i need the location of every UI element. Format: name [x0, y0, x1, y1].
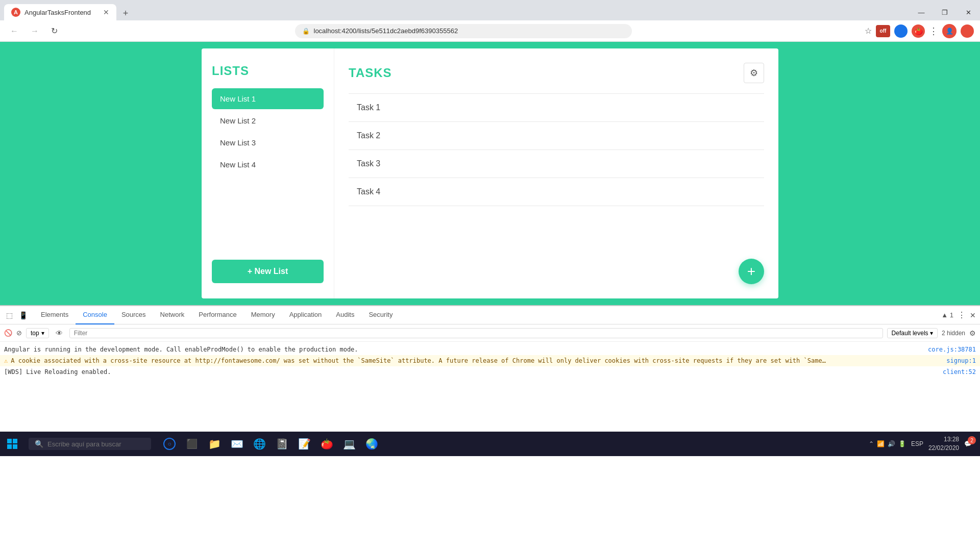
off-badge[interactable]: off: [876, 25, 890, 37]
devtools-icons-left: ⬚ 📱: [4, 309, 30, 321]
app-container: LISTS New List 1 New List 2 New List 3 N…: [202, 48, 778, 298]
taskbar-icon-onenote[interactable]: 📓: [272, 432, 292, 456]
notifications-icon[interactable]: 💬 2: [964, 440, 972, 447]
console-settings-icon[interactable]: ⚙: [969, 329, 976, 337]
console-message-source[interactable]: client:52: [943, 367, 976, 377]
new-tab-button[interactable]: +: [118, 6, 133, 20]
reload-button[interactable]: ↻: [47, 24, 62, 38]
tab-performance[interactable]: Performance: [191, 306, 243, 324]
new-list-button[interactable]: + New List: [212, 260, 324, 283]
svg-rect-0: [7, 439, 12, 443]
extension-icon-2[interactable]: 🍅: [912, 24, 925, 38]
taskbar-icons-group: ○ ⬛ 📁 ✉️ 🌐 📓 📝 🍅 💻 🌏: [159, 432, 382, 456]
taskbar-expand-icon[interactable]: ⌃: [869, 440, 874, 447]
maximize-button[interactable]: ❐: [933, 4, 957, 20]
taskbar-search[interactable]: 🔍: [29, 438, 151, 450]
console-message-text: [WDS] Live Reloading enabled.: [4, 367, 111, 377]
svg-rect-3: [13, 444, 17, 449]
task-item[interactable]: Task 1: [349, 93, 764, 122]
menu-icon[interactable]: ⋮: [929, 26, 938, 37]
browser-chrome: A AngularTasksFrontend ✕ + — ❐ ✕ ← → ↻ 🔒…: [0, 0, 980, 42]
console-message-warning: ⚠ A cookie associated with a cross-site …: [0, 355, 980, 366]
console-message: Angular is running in the development mo…: [0, 344, 980, 355]
taskbar-date: 22/02/2020: [928, 444, 959, 453]
taskbar-icon-tomato[interactable]: 🍅: [316, 432, 337, 456]
tab-title: AngularTasksFrontend: [24, 9, 91, 16]
taskbar-icon-chrome[interactable]: 🌐: [249, 432, 270, 456]
lists-panel: LISTS New List 1 New List 2 New List 3 N…: [202, 48, 334, 298]
devtools-close-icon[interactable]: ✕: [970, 311, 976, 319]
taskbar-icon-mail[interactable]: ✉️: [227, 432, 247, 456]
user-avatar[interactable]: 👤: [942, 24, 957, 38]
tasks-header: TASKS ⚙: [349, 63, 764, 83]
console-message-source[interactable]: core.js:38781: [928, 345, 976, 354]
tab-network[interactable]: Network: [153, 306, 192, 324]
network-icon[interactable]: 📶: [877, 440, 885, 447]
console-filter-icon[interactable]: ⊘: [16, 329, 22, 337]
warning-icon: ⚠: [4, 356, 8, 365]
task-item[interactable]: Task 2: [349, 122, 764, 150]
bookmark-icon[interactable]: ☆: [865, 26, 872, 36]
tab-security[interactable]: Security: [361, 306, 400, 324]
taskbar-icon-word[interactable]: 📝: [294, 432, 314, 456]
lock-icon: 🔒: [302, 28, 310, 35]
tab-sources[interactable]: Sources: [114, 306, 153, 324]
start-button[interactable]: [0, 432, 24, 456]
console-hidden-count[interactable]: 2 hidden: [942, 330, 965, 337]
taskbar-clock[interactable]: 13:28 22/02/2020: [928, 435, 959, 453]
settings-button[interactable]: ⚙: [744, 63, 764, 83]
console-filter-input[interactable]: [69, 328, 883, 338]
battery-icon[interactable]: 🔋: [898, 440, 906, 447]
windows-icon: [7, 439, 17, 449]
task-item[interactable]: Task 3: [349, 150, 764, 178]
list-item[interactable]: New List 3: [212, 132, 324, 153]
extension-icon-3[interactable]: [961, 24, 974, 38]
console-message-text: Angular is running in the development mo…: [4, 345, 358, 354]
search-icon: 🔍: [35, 440, 43, 448]
browser-toolbar: ← → ↻ 🔒 localhost:4200/lists/5e511dc2aeb…: [0, 20, 980, 42]
devtools-mobile-icon[interactable]: 📱: [17, 309, 30, 321]
devtools-panel: ⬚ 📱 Elements Console Sources Network Per…: [0, 305, 980, 432]
tab-audits[interactable]: Audits: [329, 306, 361, 324]
warning-count[interactable]: ▲ 1: [941, 311, 953, 319]
console-top-dropdown[interactable]: top ▾: [26, 328, 49, 338]
close-button[interactable]: ✕: [957, 4, 980, 20]
tab-close-icon[interactable]: ✕: [103, 8, 109, 16]
back-button[interactable]: ←: [6, 24, 22, 38]
app-area: LISTS New List 1 New List 2 New List 3 N…: [0, 42, 980, 305]
browser-tab[interactable]: A AngularTasksFrontend ✕: [4, 4, 116, 20]
tab-elements[interactable]: Elements: [34, 306, 76, 324]
console-clear-icon[interactable]: 🚫: [4, 329, 12, 337]
svg-rect-2: [7, 444, 12, 449]
tab-memory[interactable]: Memory: [244, 306, 282, 324]
list-item[interactable]: New List 2: [212, 110, 324, 131]
devtools-inspect-icon[interactable]: ⬚: [4, 309, 15, 321]
devtools-right-controls: ▲ 1 ⋮ ✕: [941, 310, 976, 320]
forward-button[interactable]: →: [27, 24, 43, 38]
volume-icon[interactable]: 🔊: [888, 440, 895, 447]
console-message-source[interactable]: signup:1: [946, 356, 976, 365]
console-toolbar: 🚫 ⊘ top ▾ 👁 Default levels ▾ 2 hidden ⚙: [0, 324, 980, 342]
lists-container: New List 1 New List 2 New List 3 New Lis…: [212, 88, 324, 249]
list-item[interactable]: New List 4: [212, 154, 324, 175]
taskbar-icon-ie[interactable]: 🌏: [361, 432, 382, 456]
taskbar-icon-cortana[interactable]: ○: [159, 432, 180, 456]
address-text: localhost:4200/lists/5e511dc2aebd9f63903…: [314, 27, 458, 35]
taskbar-icon-files[interactable]: 📁: [204, 432, 225, 456]
devtools-more-icon[interactable]: ⋮: [958, 310, 966, 320]
task-item[interactable]: Task 4: [349, 178, 764, 206]
taskbar-icon-taskview[interactable]: ⬛: [182, 432, 202, 456]
search-input[interactable]: [47, 440, 139, 448]
taskbar-icon-vscode[interactable]: 💻: [339, 432, 359, 456]
add-task-button[interactable]: +: [739, 259, 764, 284]
address-bar[interactable]: 🔒 localhost:4200/lists/5e511dc2aebd9f639…: [295, 24, 632, 38]
list-item[interactable]: New List 1: [212, 88, 324, 109]
tab-console[interactable]: Console: [76, 306, 114, 324]
tab-application[interactable]: Application: [282, 306, 329, 324]
extension-icon-1[interactable]: [894, 24, 908, 38]
console-default-levels[interactable]: Default levels ▾: [887, 328, 938, 338]
minimize-button[interactable]: —: [910, 4, 933, 20]
taskbar-system-icons: ⌃ 📶 🔊 🔋: [869, 440, 906, 447]
language-indicator: ESP: [911, 440, 923, 447]
console-eye-icon[interactable]: 👁: [53, 327, 65, 339]
